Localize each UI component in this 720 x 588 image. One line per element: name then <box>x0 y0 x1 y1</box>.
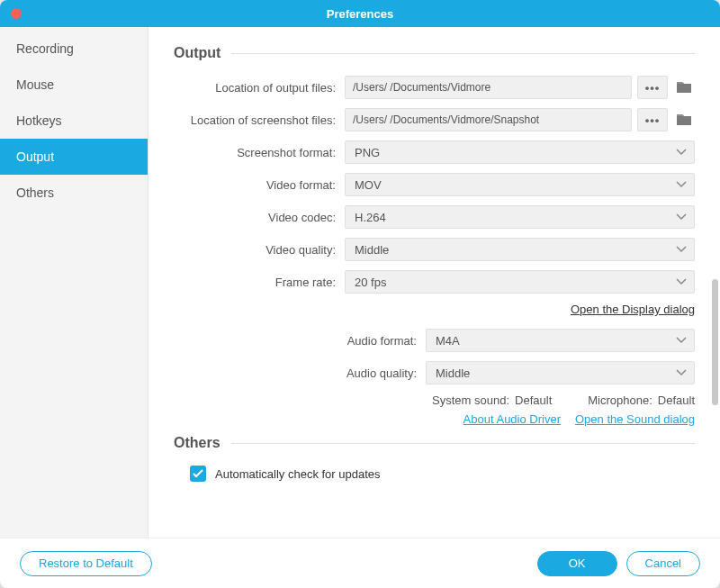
sidebar-item-hotkeys[interactable]: Hotkeys <box>0 103 148 139</box>
chevron-down-icon <box>676 213 687 221</box>
system-sound-value: Default <box>515 394 552 407</box>
chevron-down-icon <box>676 149 687 156</box>
divider <box>231 443 695 444</box>
video-codec-select[interactable]: H.264 <box>345 205 695 229</box>
audio-quality-label: Audio quality: <box>174 366 426 380</box>
screenshot-format-value: PNG <box>355 146 380 159</box>
system-sound-label: System sound: <box>432 394 509 407</box>
microphone-label: Microphone: <box>588 394 652 407</box>
auto-update-label: Automatically check for updates <box>215 467 381 481</box>
chevron-down-icon <box>676 278 687 285</box>
section-title: Output <box>174 45 220 61</box>
video-codec-value: H.264 <box>355 211 386 224</box>
chevron-down-icon <box>676 246 687 253</box>
cancel-button[interactable]: Cancel <box>626 551 700 576</box>
sidebar: Recording Mouse Hotkeys Output Others <box>0 27 148 538</box>
open-output-folder-icon[interactable] <box>673 76 695 99</box>
sidebar-item-others[interactable]: Others <box>0 175 148 211</box>
footer: Restore to Default OK Cancel <box>0 538 720 588</box>
chevron-down-icon <box>676 181 687 188</box>
audio-quality-value: Middle <box>436 366 470 380</box>
microphone-value: Default <box>658 394 695 407</box>
audio-quality-select[interactable]: Middle <box>426 361 695 384</box>
sidebar-item-output[interactable]: Output <box>0 139 148 175</box>
open-sound-dialog-link[interactable]: Open the Sound dialog <box>575 412 695 426</box>
scrollbar[interactable] <box>712 279 718 405</box>
close-button[interactable] <box>11 8 22 19</box>
open-screenshot-folder-icon[interactable] <box>673 108 695 131</box>
video-format-label: Video format: <box>174 178 345 192</box>
screenshot-location-field[interactable]: /Users/ /Documents/Vidmore/Snapshot <box>345 108 632 131</box>
restore-default-button[interactable]: Restore to Default <box>20 551 152 576</box>
window-title: Preferences <box>0 7 720 21</box>
titlebar: Preferences <box>0 0 720 27</box>
about-audio-driver-link[interactable]: About Audio Driver <box>464 412 561 426</box>
browse-output-button[interactable]: ••• <box>637 76 668 99</box>
sidebar-item-recording[interactable]: Recording <box>0 31 148 67</box>
open-display-dialog-link[interactable]: Open the Display dialog <box>571 303 695 316</box>
screenshot-format-label: Screenshot format: <box>174 146 345 159</box>
section-title-others: Others <box>174 435 220 451</box>
section-header-others: Others <box>174 435 695 451</box>
screenshot-location-label: Location of screenshot files: <box>174 113 345 127</box>
preferences-window: Preferences Recording Mouse Hotkeys Outp… <box>0 0 720 588</box>
output-location-label: Location of output files: <box>174 81 345 95</box>
audio-format-value: M4A <box>436 334 460 348</box>
output-location-field[interactable]: /Users/ /Documents/Vidmore <box>345 76 632 99</box>
video-quality-label: Video quality: <box>174 243 345 257</box>
video-format-select[interactable]: MOV <box>345 173 695 196</box>
screenshot-format-select[interactable]: PNG <box>345 140 695 164</box>
section-header-output: Output <box>174 45 695 61</box>
browse-screenshot-button[interactable]: ••• <box>637 108 668 131</box>
auto-update-checkbox[interactable] <box>190 466 206 482</box>
sidebar-item-mouse[interactable]: Mouse <box>0 67 148 103</box>
frame-rate-select[interactable]: 20 fps <box>345 270 695 294</box>
video-codec-label: Video codec: <box>174 211 345 224</box>
video-quality-value: Middle <box>355 243 389 257</box>
video-quality-select[interactable]: Middle <box>345 238 695 261</box>
video-format-value: MOV <box>355 178 382 192</box>
frame-rate-value: 20 fps <box>355 276 386 289</box>
content: Output Location of output files: /Users/… <box>148 27 720 538</box>
divider <box>231 53 695 54</box>
frame-rate-label: Frame rate: <box>174 276 345 289</box>
chevron-down-icon <box>676 337 687 344</box>
content-wrap: Output Location of output files: /Users/… <box>148 27 720 538</box>
ok-button[interactable]: OK <box>537 551 617 576</box>
chevron-down-icon <box>676 369 687 376</box>
audio-format-label: Audio format: <box>174 334 426 348</box>
audio-format-select[interactable]: M4A <box>426 329 695 352</box>
